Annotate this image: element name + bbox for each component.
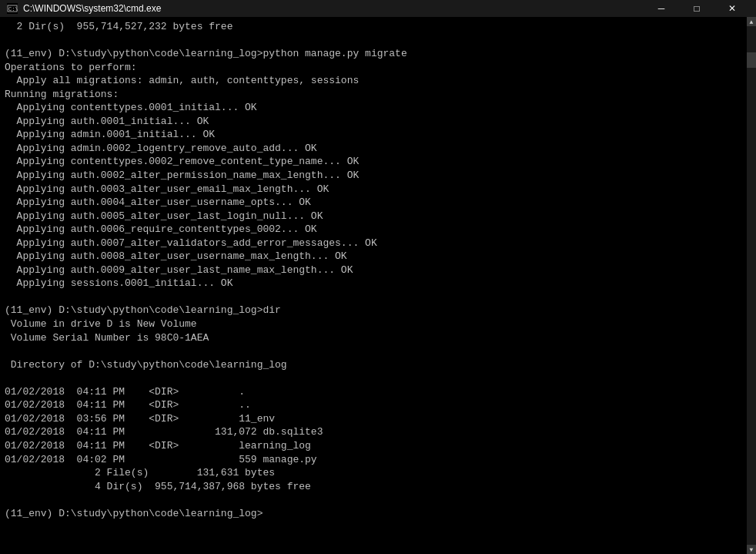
cmd-window: C:\ C:\WINDOWS\system32\cmd.exe ─ □ ✕ 2 …	[0, 0, 756, 554]
terminal-output[interactable]: 2 Dir(s) 955,714,527,232 bytes free (11_…	[0, 17, 747, 554]
scrollbar[interactable]: ▲ ▼	[747, 17, 756, 554]
minimize-button[interactable]: ─	[644, 0, 679, 17]
scroll-thumb[interactable]	[747, 52, 756, 68]
content-area: 2 Dir(s) 955,714,527,232 bytes free (11_…	[0, 17, 756, 554]
window-title: C:\WINDOWS\system32\cmd.exe	[23, 3, 644, 14]
cmd-icon: C:\	[6, 2, 18, 15]
title-bar: C:\ C:\WINDOWS\system32\cmd.exe ─ □ ✕	[0, 0, 756, 17]
window-controls: ─ □ ✕	[644, 0, 750, 17]
scroll-track[interactable]	[747, 26, 756, 545]
scroll-down-button[interactable]: ▼	[747, 545, 756, 554]
maximize-button[interactable]: □	[679, 0, 714, 17]
scroll-up-button[interactable]: ▲	[747, 17, 756, 26]
close-button[interactable]: ✕	[714, 0, 750, 17]
svg-text:C:\: C:\	[8, 6, 18, 12]
